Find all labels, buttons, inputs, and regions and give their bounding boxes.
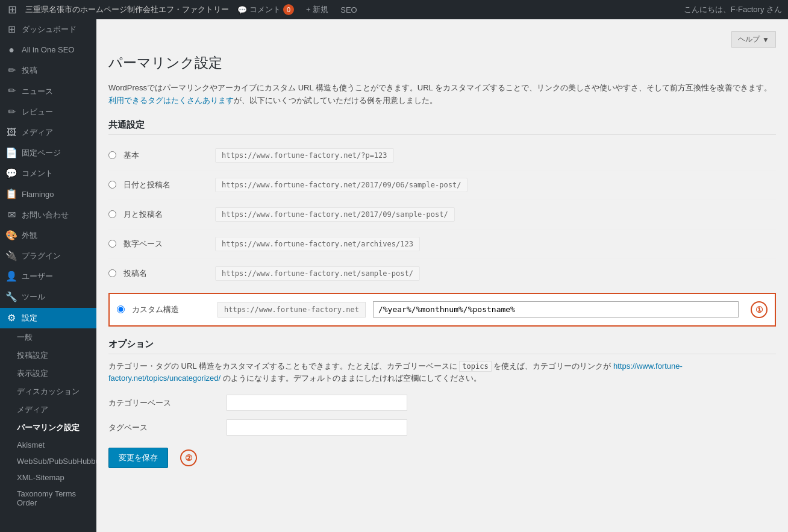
tag-base-row: タグベース — [108, 419, 776, 436]
radio-row-basic: 基本 https://www.fortune-factory.net/?p=12… — [108, 141, 776, 170]
options-heading: オプション — [108, 339, 776, 354]
sidebar-item-label: ニュース — [22, 86, 53, 97]
sidebar-item-label: プラグイン — [22, 251, 61, 261]
settings-icon: ⚙ — [6, 313, 17, 324]
sidebar-subitem-general[interactable]: 一般 — [0, 328, 96, 346]
radio-basic-url: https://www.fortune-factory.net/?p=123 — [215, 148, 394, 163]
badge-1: ① — [751, 301, 768, 318]
sidebar-item-label: コメント — [22, 168, 53, 179]
radio-postname[interactable] — [108, 269, 116, 277]
radio-row-postname: 投稿名 https://www.fortune-factory.net/samp… — [108, 259, 776, 288]
sidebar-item-label: ダッシュボード — [22, 24, 77, 35]
new-item[interactable]: + 新規 — [302, 4, 332, 15]
sidebar-item-plugins[interactable]: 🔌 プラグイン — [0, 246, 96, 266]
sidebar-subitem-websub[interactable]: WebSub/PubSubHubbub — [0, 453, 96, 469]
radio-date-name[interactable] — [108, 181, 116, 189]
media-icon: 🖼 — [6, 127, 17, 138]
sidebar-item-contact[interactable]: ✉ お問い合わせ — [0, 205, 96, 225]
sidebar: ⊞ ダッシュボード ● All in One SEO ✏ 投稿 ✏ ニュース ✏… — [0, 19, 96, 532]
help-toggle-button[interactable]: ヘルプ ▼ — [731, 31, 776, 48]
custom-structure-input[interactable] — [373, 301, 739, 318]
badge-2: ② — [180, 449, 197, 466]
sidebar-subitem-writing[interactable]: 投稿設定 — [0, 346, 96, 365]
sidebar-item-media[interactable]: 🖼 メディア — [0, 122, 96, 143]
sidebar-item-flamingo[interactable]: 📋 Flamingo — [0, 184, 96, 205]
comment-label: コメント — [249, 4, 281, 15]
sidebar-item-label: ユーザー — [22, 271, 53, 282]
sidebar-item-review[interactable]: ✏ レビュー — [0, 102, 96, 122]
posts-icon: ✏ — [6, 65, 17, 76]
radio-month-name-label: 月と投稿名 — [124, 209, 208, 220]
radio-month-name[interactable] — [108, 210, 116, 218]
help-label: ヘルプ — [738, 34, 760, 45]
help-bar: ヘルプ ▼ — [108, 31, 776, 48]
admin-bar: ⊞ 三重県名張市のホームページ制作会社エフ・ファクトリー 💬 コメント 0 + … — [0, 0, 788, 19]
category-base-row: カテゴリーベース — [108, 395, 776, 411]
review-icon: ✏ — [6, 107, 17, 117]
sidebar-item-tools[interactable]: 🔧 ツール — [0, 287, 96, 307]
dashboard-icon: ⊞ — [6, 24, 17, 35]
sidebar-subitem-akismet[interactable]: Akismet — [0, 437, 96, 453]
radio-numeric-url: https://www.fortune-factory.net/archives… — [215, 237, 420, 251]
sidebar-item-label: メディア — [22, 127, 53, 138]
content-area: ヘルプ ▼ パーマリンク設定 WordPressではパーマリンクやアーカイブにカ… — [96, 19, 788, 532]
radio-numeric[interactable] — [108, 240, 116, 248]
sidebar-subitem-reading[interactable]: 表示設定 — [0, 365, 96, 383]
sidebar-item-users[interactable]: 👤 ユーザー — [0, 266, 96, 287]
radio-basic[interactable] — [108, 151, 116, 159]
sidebar-subitem-permalinks[interactable]: パーマリンク設定 — [0, 419, 96, 437]
contact-icon: ✉ — [6, 210, 17, 221]
sidebar-item-label: 固定ページ — [22, 148, 61, 158]
sidebar-item-label: 投稿 — [22, 65, 37, 76]
radio-postname-label: 投稿名 — [124, 268, 208, 279]
wp-logo-icon: ⊞ — [6, 4, 18, 16]
options-description: カテゴリー・タグの URL 構造をカスタマイズすることもできます。たとえば、カテ… — [108, 360, 776, 386]
common-settings-heading: 共通設定 — [108, 119, 776, 135]
sidebar-item-comments[interactable]: 💬 コメント — [0, 163, 96, 184]
sidebar-item-pages[interactable]: 📄 固定ページ — [0, 143, 96, 163]
radio-custom[interactable] — [117, 305, 125, 313]
sidebar-subitem-taxonomy-terms[interactable]: Taxonomy Terms Order — [0, 486, 96, 511]
custom-structure-row: カスタム構造 https://www.fortune-factory.net ① — [108, 293, 776, 327]
comment-bar-item[interactable]: 💬 コメント 0 — [234, 4, 298, 15]
category-base-label: カテゴリーベース — [108, 398, 217, 408]
sidebar-item-appearance[interactable]: 🎨 外観 — [0, 225, 96, 246]
sidebar-subitem-xml-sitemap[interactable]: XML-Sitemap — [0, 469, 96, 486]
flamingo-icon: 📋 — [6, 189, 17, 200]
comment-count: 0 — [283, 4, 294, 15]
options-url-example[interactable]: https://www.fortune-factory.net/topics/u… — [108, 361, 683, 383]
sidebar-item-settings[interactable]: ⚙ 設定 — [0, 308, 96, 328]
tools-icon: 🔧 — [6, 292, 17, 303]
sidebar-subitem-media[interactable]: メディア — [0, 401, 96, 419]
custom-url-prefix: https://www.fortune-factory.net — [217, 302, 366, 318]
sidebar-item-dashboard[interactable]: ⊞ ダッシュボード — [0, 19, 96, 40]
radio-postname-url: https://www.fortune-factory.net/sample-p… — [215, 266, 420, 281]
sidebar-item-label: お問い合わせ — [22, 210, 69, 221]
radio-row-date-name: 日付と投稿名 https://www.fortune-factory.net/2… — [108, 171, 776, 199]
appearance-icon: 🎨 — [6, 230, 17, 241]
seo-item[interactable]: SEO — [337, 5, 360, 14]
radio-month-name-url: https://www.fortune-factory.net/2017/09/… — [215, 207, 455, 222]
sidebar-subitem-discussion[interactable]: ディスカッション — [0, 383, 96, 401]
save-button[interactable]: 変更を保存 — [108, 448, 168, 468]
radio-date-name-label: 日付と投稿名 — [124, 180, 208, 190]
save-row: 変更を保存 ② — [108, 448, 776, 468]
news-icon: ✏ — [6, 86, 17, 97]
seo-icon: ● — [6, 45, 17, 55]
comment-icon: 💬 — [237, 5, 247, 14]
radio-date-name-url: https://www.fortune-factory.net/2017/09/… — [215, 178, 467, 192]
tag-base-input[interactable] — [227, 419, 407, 436]
tag-base-label: タグベース — [108, 422, 217, 433]
sidebar-item-seo[interactable]: ● All in One SEO — [0, 40, 96, 60]
sidebar-item-news[interactable]: ✏ ニュース — [0, 81, 96, 102]
custom-label: カスタム構造 — [132, 304, 210, 315]
sidebar-item-label: Flamingo — [22, 189, 54, 200]
users-icon: 👤 — [6, 271, 17, 282]
sidebar-item-posts[interactable]: ✏ 投稿 — [0, 60, 96, 81]
tags-link[interactable]: 利用できるタグはたくさんあります — [108, 96, 234, 105]
sidebar-item-label: 設定 — [22, 313, 37, 324]
site-name[interactable]: 三重県名張市のホームページ制作会社エフ・ファクトリー — [25, 4, 229, 15]
sidebar-item-label: ツール — [22, 292, 45, 302]
radio-basic-label: 基本 — [124, 150, 208, 161]
category-base-input[interactable] — [227, 395, 407, 411]
